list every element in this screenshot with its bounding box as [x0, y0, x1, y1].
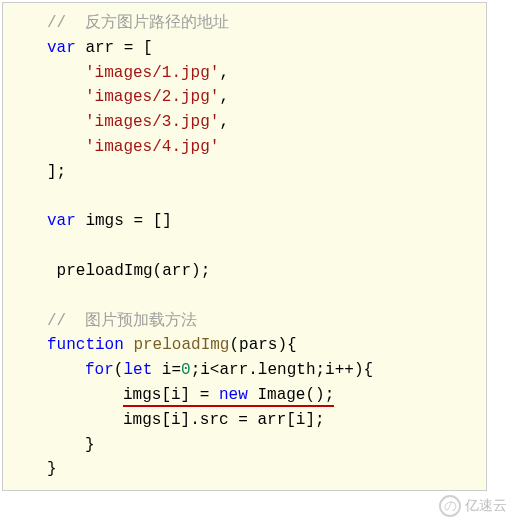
code-line: for(let i=0;i<arr.length;i++){	[9, 358, 480, 383]
code-line: // 图片预加载方法	[9, 309, 480, 334]
code-text: ;i<arr.length;i++){	[191, 361, 373, 379]
code-text: preloadImg(arr);	[47, 262, 210, 280]
blank-line	[9, 284, 480, 309]
keyword-new: new	[219, 386, 248, 404]
underlined-code: imgs[i] = new Image();	[123, 386, 334, 407]
comment-text: // 反方图片路径的地址	[47, 14, 229, 32]
code-text: arr = [	[76, 39, 153, 57]
comment-text: // 图片预加载方法	[47, 312, 197, 330]
code-text: imgs[i].src = arr[i];	[123, 411, 325, 429]
brace: }	[85, 436, 95, 454]
blank-line	[9, 185, 480, 210]
code-line: 'images/3.jpg',	[9, 110, 480, 135]
code-text: (	[114, 361, 124, 379]
comma: ,	[219, 88, 229, 106]
brace: }	[47, 460, 57, 478]
string-literal: 'images/3.jpg'	[85, 113, 219, 131]
function-name: preloadImg	[124, 336, 230, 354]
keyword-function: function	[47, 336, 124, 354]
code-line: 'images/4.jpg'	[9, 135, 480, 160]
number-literal: 0	[181, 361, 191, 379]
code-line: }	[9, 433, 480, 458]
code-text: imgs[i] =	[123, 386, 219, 404]
code-line: }	[9, 457, 480, 482]
string-literal: 'images/4.jpg'	[85, 138, 219, 156]
code-text: Image();	[248, 386, 334, 404]
code-text: (pars){	[229, 336, 296, 354]
watermark-text: 亿速云	[465, 497, 507, 515]
comma: ,	[219, 113, 229, 131]
code-line: 'images/2.jpg',	[9, 85, 480, 110]
code-line: imgs[i] = new Image();	[9, 383, 480, 408]
string-literal: 'images/1.jpg'	[85, 64, 219, 82]
code-line: ];	[9, 160, 480, 185]
code-line: var imgs = []	[9, 209, 480, 234]
keyword-var: var	[47, 39, 76, 57]
keyword-var: var	[47, 212, 76, 230]
code-line: // 反方图片路径的地址	[9, 11, 480, 36]
code-line: preloadImg(arr);	[9, 259, 480, 284]
code-text: i=	[152, 361, 181, 379]
watermark: の 亿速云	[439, 495, 507, 517]
code-line: imgs[i].src = arr[i];	[9, 408, 480, 433]
close-bracket: ];	[47, 163, 66, 181]
code-line: function preloadImg(pars){	[9, 333, 480, 358]
comma: ,	[219, 64, 229, 82]
code-text: imgs = []	[76, 212, 172, 230]
keyword-for: for	[85, 361, 114, 379]
blank-line	[9, 234, 480, 259]
code-line: 'images/1.jpg',	[9, 61, 480, 86]
watermark-icon: の	[439, 495, 461, 517]
keyword-let: let	[123, 361, 152, 379]
code-block: // 反方图片路径的地址 var arr = [ 'images/1.jpg',…	[2, 2, 487, 491]
string-literal: 'images/2.jpg'	[85, 88, 219, 106]
code-line: var arr = [	[9, 36, 480, 61]
